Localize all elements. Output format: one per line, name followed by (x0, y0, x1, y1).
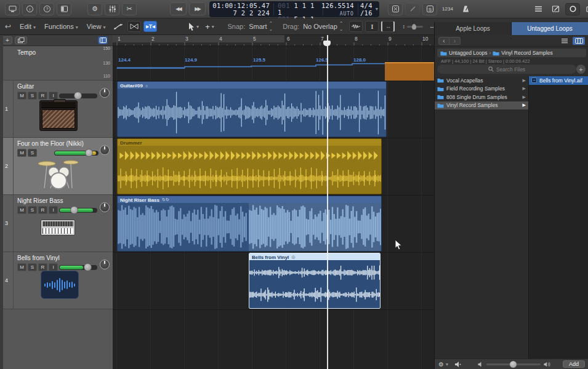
note-pads-icon[interactable] (548, 3, 563, 15)
volume-slider[interactable] (59, 265, 97, 270)
loop-browser-icon[interactable] (565, 3, 580, 15)
crossfade-icon[interactable] (127, 21, 141, 32)
list-view-icon[interactable] (558, 37, 571, 45)
record-enable-button[interactable]: R (38, 92, 47, 100)
vertical-zoom-slider[interactable] (407, 26, 423, 28)
pan-knob[interactable] (100, 88, 110, 98)
region-drummer[interactable]: Drummer (117, 138, 382, 194)
track-name[interactable]: Guitar (17, 83, 34, 90)
solo-button[interactable]: S (28, 92, 37, 100)
preview-speaker-button[interactable] (454, 361, 462, 368)
volume-slider[interactable] (54, 151, 99, 156)
track-header-guitar[interactable]: 1 Guitar M S R I (0, 81, 113, 138)
track-name[interactable]: Bells from Vinyl (17, 255, 60, 261)
track-header-config-button[interactable] (98, 36, 108, 44)
inspector-info-icon[interactable]: i (22, 3, 37, 15)
vertical-zoom-icon[interactable]: I (365, 21, 379, 32)
arrange-area[interactable]: 124.4 124.9 125.5 126.5 128.0 Guitar#09 … (113, 46, 434, 369)
add-track-button[interactable]: + (2, 36, 12, 44)
tempo-track-header[interactable]: Tempo 150 130 110 (0, 46, 113, 81)
solo-off-icon[interactable] (388, 3, 403, 15)
back-button[interactable]: ‹ (438, 37, 449, 45)
count-in-button[interactable]: 1234 (440, 3, 456, 15)
rewind-button[interactable]: ◀◀ (170, 2, 187, 15)
playhead-handle[interactable] (323, 41, 331, 46)
search-field[interactable]: Search Files (437, 65, 576, 74)
menu-functions[interactable]: Functions▾ (42, 22, 81, 31)
media-browser-icon[interactable] (582, 3, 588, 15)
add-button[interactable]: Add (563, 360, 585, 368)
menu-edit[interactable]: Edit▾ (17, 22, 38, 31)
region-bells-from-vinyl[interactable]: Bells from Vinyl ◎ (249, 253, 381, 309)
mute-button[interactable]: M (17, 206, 26, 214)
quick-help-icon[interactable]: ? (39, 3, 54, 15)
track-header-drummer[interactable]: 2 Four on the Floor (Nikki) M S (0, 138, 113, 195)
region-night-riser-bass[interactable]: Night Riser Bass ↻↻ (117, 196, 382, 252)
column-view-icon[interactable] (573, 37, 585, 45)
pan-knob[interactable] (100, 145, 110, 155)
snap-chevron-icon[interactable]: ⌃⌄ (269, 21, 273, 32)
tab-untagged-loops[interactable]: Untagged Loops (512, 22, 588, 35)
mute-button[interactable]: M (17, 149, 26, 157)
action-gear-icon[interactable]: ⚙ (438, 361, 444, 368)
lcd-division[interactable]: /16 (360, 10, 373, 17)
tempo-point-label[interactable]: 124.9 (185, 57, 197, 63)
track-name[interactable]: Night Riser Bass (17, 197, 63, 204)
record-enable-button[interactable]: R (38, 206, 47, 214)
settings-gear-icon[interactable]: ⚙ (87, 3, 102, 15)
playhead[interactable] (327, 35, 328, 369)
volume-slider[interactable] (59, 208, 97, 213)
track-header-bells-from-vinyl[interactable]: 4 Bells from Vinyl M S R I (0, 252, 113, 309)
mixer-icon[interactable] (105, 3, 119, 15)
lcd-tempo-mode[interactable]: AUTO (340, 11, 354, 17)
list-editors-icon[interactable] (531, 3, 546, 15)
track-header-night-riser-bass[interactable]: 3 Night Riser Bass M S R I (0, 195, 113, 252)
automation-icon[interactable] (111, 21, 125, 32)
pan-knob[interactable] (100, 260, 110, 269)
bar-ruler[interactable]: 1 2 3 4 5 6 7 8 9 10 (113, 35, 434, 46)
snap-value[interactable]: Smart (249, 23, 267, 30)
gear-chevron-icon[interactable]: ▾ (446, 362, 448, 367)
editors-scissors-icon[interactable]: ✂ (122, 3, 137, 15)
tempo-point-label[interactable]: 128.0 (353, 57, 366, 63)
tab-apple-loops[interactable]: Apple Loops (435, 22, 512, 35)
horizontal-zoom-icon[interactable]: ↔ (381, 21, 395, 32)
solo-lock-icon[interactable]: S (422, 3, 437, 15)
pencil-tool-icon[interactable] (405, 3, 420, 15)
volume-slider[interactable] (59, 93, 97, 98)
lcd-tempo-value[interactable]: 126.5514 (321, 2, 354, 9)
forward-button[interactable]: › (449, 37, 461, 45)
pointer-tool-icon[interactable]: ▾ (187, 21, 200, 32)
breadcrumb-item[interactable]: Untagged Loops (449, 50, 487, 56)
catch-playhead-icon[interactable]: ↩ (5, 22, 11, 31)
flex-tool-icon[interactable]: ▸T◂ (143, 21, 157, 32)
drag-value[interactable]: No Overlap (303, 23, 337, 30)
drag-chevron-icon[interactable]: ⌃⌄ (339, 21, 344, 32)
metronome-icon[interactable] (458, 3, 473, 15)
lcd-chevron-icon[interactable]: ▼ (376, 7, 378, 12)
lcd-time-signature[interactable]: 4/4 (360, 2, 373, 9)
lcd-display[interactable]: 01:00:12:05.47 7 2 2 224 001 1 1 1 1 001… (209, 1, 379, 17)
tempo-point-label[interactable]: 125.5 (253, 57, 265, 63)
solo-button[interactable]: S (28, 206, 37, 214)
preview-volume-slider[interactable] (486, 363, 541, 365)
folder-row-vinyl-record-samples[interactable]: Vinyl Record Samples▶ (435, 101, 528, 110)
library-icon[interactable] (5, 3, 20, 15)
mute-button[interactable]: M (17, 263, 26, 271)
menu-view[interactable]: View▾ (84, 22, 108, 31)
mute-button[interactable]: M (17, 92, 26, 100)
folder-row-field-recording-samples[interactable]: Field Recording Samples▶ (435, 85, 528, 93)
secondary-tool-icon[interactable]: +▾ (203, 21, 216, 32)
tempo-curve[interactable] (113, 46, 434, 81)
pan-knob[interactable] (100, 202, 110, 212)
add-loop-plus-icon[interactable]: + (576, 65, 586, 74)
breadcrumb[interactable]: Untagged Loops › Vinyl Record Samples (437, 49, 586, 57)
tempo-point-label[interactable]: 124.4 (118, 57, 131, 63)
file-row-bells-from-vinyl[interactable]: ~ Bells from Vinyl.aif (529, 76, 588, 85)
folder-row-808-single-drum-samples[interactable]: 808 Single Drum Samples▶ (435, 93, 528, 101)
track-name[interactable]: Four on the Floor (Nikki) (17, 140, 84, 147)
waveform-zoom-icon[interactable] (349, 21, 363, 32)
forward-button[interactable]: ▶▶ (189, 2, 206, 15)
input-monitor-button[interactable]: I (49, 206, 58, 214)
inspector-icon[interactable] (57, 3, 71, 15)
